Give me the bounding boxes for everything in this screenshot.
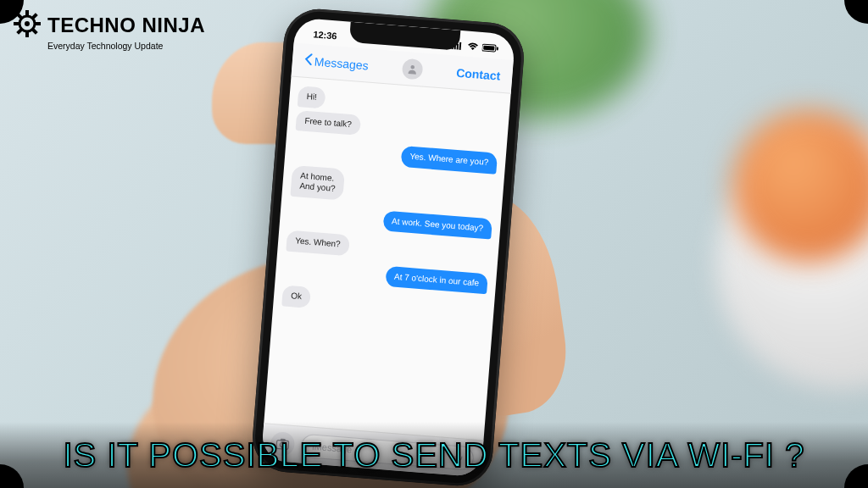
chevron-left-icon [303,53,313,69]
message-bubble-outgoing[interactable]: At 7 o'clock in our cafe [385,265,488,294]
svg-rect-3 [459,42,462,50]
svg-rect-16 [25,32,29,37]
person-icon [406,63,419,75]
svg-point-14 [25,21,30,26]
svg-rect-6 [497,47,498,50]
svg-rect-18 [36,22,41,25]
phone-screen: 12:36 Messages [261,18,515,478]
logo-brand-right: NINJA [142,14,206,36]
status-time: 12:36 [313,29,337,41]
svg-rect-5 [483,46,494,51]
brand-logo: TECHNO NINJA Everyday Technology Update [12,8,205,51]
svg-point-7 [410,64,415,69]
svg-rect-15 [25,10,29,15]
back-label: Messages [314,54,369,72]
caption-bar: IS IT POSSIBLE TO SEND TEXTS VIA WI-FI ? [0,422,868,488]
logo-brand-left: TECHNO [47,14,136,36]
contact-button[interactable]: Contact [456,65,501,82]
wifi-icon [467,42,480,52]
message-thread[interactable]: Hi! Free to talk? Yes. Where are you? At… [264,76,510,440]
message-bubble-incoming[interactable]: Free to talk? [295,110,360,136]
back-button[interactable]: Messages [303,53,369,73]
message-bubble-incoming[interactable]: Ok [281,285,311,308]
caption-text: IS IT POSSIBLE TO SEND TEXTS VIA WI-FI ? [63,436,804,474]
battery-icon [481,43,499,53]
logo-tagline: Everyday Technology Update [47,41,205,51]
svg-rect-17 [14,22,19,25]
contact-avatar[interactable] [402,58,424,80]
message-bubble-outgoing[interactable]: At work. See you today? [382,210,492,239]
message-bubble-incoming[interactable]: Hi! [298,86,326,108]
message-bubble-outgoing[interactable]: Yes. Where are you? [401,146,498,174]
iphone-device: 12:36 Messages [250,7,526,488]
message-bubble-incoming[interactable]: At home. And you? [290,164,345,200]
message-bubble-incoming[interactable]: Yes. When? [286,230,349,256]
